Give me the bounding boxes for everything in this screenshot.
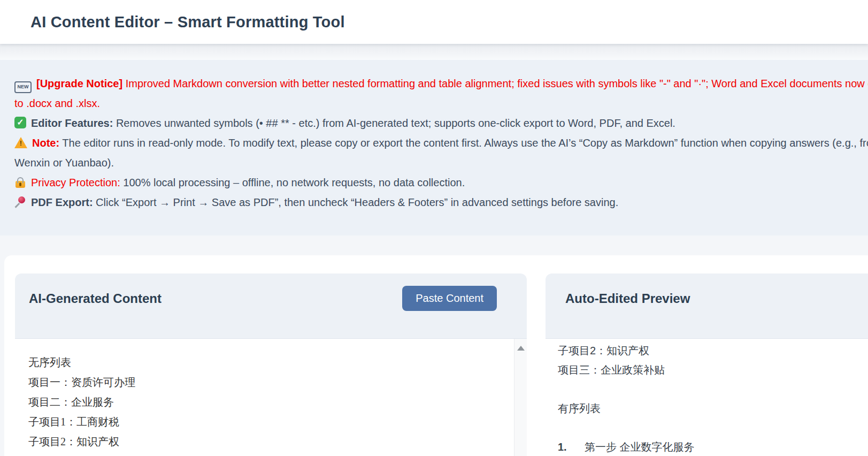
source-line: 项目二：企业服务	[28, 392, 505, 412]
preview-line	[558, 418, 868, 437]
preview-panel: Auto-Edited Preview 子项目2：知识产权项目三：企业政策补贴有…	[546, 273, 868, 456]
notice-paragraph: Editor Features: Removes unwanted symbol…	[14, 113, 868, 133]
preview-ordered-item: 1.第一步 企业数字化服务	[558, 437, 868, 456]
source-line: 项目一：资质许可办理	[28, 373, 505, 392]
app-header: AI Content Editor – Smart Formatting Too…	[0, 0, 868, 44]
preview-line: 有序列表	[558, 399, 868, 418]
ordered-item-number: 1.	[558, 437, 585, 456]
header-shadow-gap	[0, 44, 868, 60]
notice-text-segment: Note:	[32, 137, 59, 149]
preview-content-area: 子项目2：知识产权项目三：企业政策补贴有序列表1.第一步 企业数字化服务	[546, 338, 868, 456]
notice-text-segment: Removes unwanted symbols (• ## ** - etc.…	[113, 117, 675, 129]
notice-text-segment: Wenxin or Yuanbao).	[14, 157, 114, 169]
source-line: 无序列表	[28, 353, 505, 373]
paste-content-button[interactable]: Paste Content	[402, 286, 497, 311]
notice-text-segment: 100% local processing – offline, no netw…	[120, 177, 465, 188]
scroll-up-icon[interactable]	[517, 346, 525, 351]
preview-panel-title: Auto-Edited Preview	[565, 291, 690, 306]
notice-paragraph: Note: The editor runs in read-only mode.…	[14, 133, 868, 173]
notice-text-segment: Click “Export → Print → Save as PDF”, th…	[93, 196, 619, 208]
page-background-gap	[0, 235, 868, 255]
pin-icon	[14, 196, 26, 208]
source-line: 子项目2：知识产权	[28, 432, 505, 452]
notice-panel: NEW[Upgrade Notice] Improved Markdown co…	[0, 60, 868, 235]
source-line: 子项目1：工商财税	[28, 412, 505, 432]
main-container: AI-Generated Content Paste Content 无序列表项…	[4, 255, 868, 456]
notice-text-segment: [Upgrade Notice]	[36, 78, 122, 89]
lock-icon	[16, 181, 25, 188]
page-title: AI Content Editor – Smart Formatting Too…	[30, 13, 345, 31]
notice-text-segment: to .docx and .xlsx.	[14, 97, 100, 109]
notice-text-segment: The editor runs in read-only mode. To mo…	[59, 137, 868, 149]
notice-paragraph: Privacy Protection: 100% local processin…	[14, 173, 868, 193]
notice-text-segment: Improved Markdown conversion with better…	[122, 78, 868, 89]
preview-line	[558, 379, 868, 399]
new-icon: NEW	[14, 81, 32, 93]
notice-text-segment: Editor Features:	[31, 117, 113, 129]
source-scrollbar[interactable]	[514, 339, 527, 456]
source-text: 无序列表项目一：资质许可办理项目二：企业服务子项目1：工商财税子项目2：知识产权	[15, 339, 527, 452]
notice-text: NEW[Upgrade Notice] Improved Markdown co…	[0, 60, 868, 235]
notice-paragraph: PDF Export: Click “Export → Print → Save…	[14, 193, 868, 212]
preview-line: 子项目2：知识产权	[558, 341, 868, 360]
notice-text-segment: Privacy Protection:	[31, 177, 120, 188]
notice-paragraph: NEW[Upgrade Notice] Improved Markdown co…	[14, 74, 868, 113]
source-panel: AI-Generated Content Paste Content 无序列表项…	[15, 273, 527, 456]
notice-text-segment: PDF Export:	[31, 196, 93, 208]
preview-line: 项目三：企业政策补贴	[558, 360, 868, 379]
check-icon	[14, 117, 26, 128]
source-panel-title: AI-Generated Content	[29, 291, 162, 306]
preview-text: 子项目2：知识产权项目三：企业政策补贴有序列表1.第一步 企业数字化服务	[546, 339, 868, 456]
warn-icon	[14, 137, 27, 148]
source-content-area[interactable]: 无序列表项目一：资质许可办理项目二：企业服务子项目1：工商财税子项目2：知识产权	[15, 338, 527, 456]
source-panel-header: AI-Generated Content Paste Content	[15, 273, 527, 338]
ordered-item-text: 第一步 企业数字化服务	[585, 437, 695, 456]
preview-panel-header: Auto-Edited Preview	[546, 273, 868, 338]
